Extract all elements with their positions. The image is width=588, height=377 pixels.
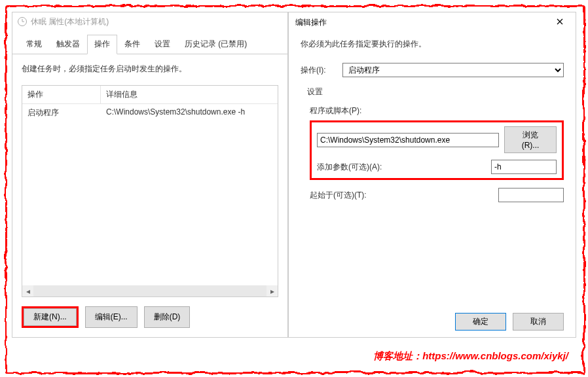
tab-history[interactable]: 历史记录 (已禁用)	[177, 35, 254, 54]
delete-button[interactable]: 删除(D)	[144, 306, 191, 328]
hint-text: 创建任务时，必须指定任务启动时发生的操作。	[22, 63, 278, 75]
program-input[interactable]	[317, 133, 499, 147]
task-properties-dialog: 休眠 属性(本地计算机) 常规 触发器 操作 条件 设置 历史记录 (已禁用) …	[12, 12, 288, 338]
args-label: 添加参数(可选)(A):	[317, 162, 486, 173]
actions-table: 操作 详细信息 启动程序 C:\Windows\System32\shutdow…	[22, 85, 278, 297]
cancel-button[interactable]: 取消	[513, 313, 564, 331]
cell-action: 启动程序	[22, 104, 101, 122]
col-action[interactable]: 操作	[22, 86, 101, 103]
action-select[interactable]: 启动程序	[342, 63, 564, 77]
startin-label: 起始于(可选)(T):	[310, 190, 493, 201]
table-row[interactable]: 启动程序 C:\Windows\System32\shutdown.exe -h	[22, 104, 278, 122]
scroll-left-icon[interactable]: ◂	[22, 285, 33, 296]
browse-button[interactable]: 浏览(R)...	[504, 126, 557, 153]
settings-group-label: 设置	[307, 86, 564, 98]
startin-input[interactable]	[498, 188, 564, 202]
scroll-track[interactable]	[33, 285, 266, 296]
highlight-new-button: 新建(N)...	[22, 306, 79, 328]
instruction-text: 你必须为此任务指定要执行的操作。	[301, 39, 564, 50]
edit-action-dialog: 编辑操作 你必须为此任务指定要执行的操作。 操作(I): 启动程序 设置 程序或…	[288, 12, 576, 338]
col-detail[interactable]: 详细信息	[101, 86, 278, 103]
blog-url-watermark: 博客地址：https://www.cnblogs.com/xiykj/	[373, 350, 568, 363]
edit-button[interactable]: 编辑(E)...	[85, 306, 138, 328]
new-button[interactable]: 新建(N)...	[24, 308, 77, 326]
tab-settings[interactable]: 设置	[147, 35, 177, 54]
dialog-title: 编辑操作	[295, 17, 327, 28]
dialog-title-bar: 编辑操作	[289, 12, 576, 32]
tab-triggers[interactable]: 触发器	[49, 35, 87, 54]
tab-strip: 常规 触发器 操作 条件 设置 历史记录 (已禁用)	[12, 31, 287, 54]
horizontal-scrollbar[interactable]: ◂ ▸	[22, 285, 278, 296]
title-bar: 休眠 属性(本地计算机)	[12, 12, 287, 31]
args-input[interactable]	[491, 160, 557, 174]
window-title: 休眠 属性(本地计算机)	[31, 16, 109, 27]
highlight-program-args: 浏览(R)... 添加参数(可选)(A):	[310, 120, 564, 180]
cell-detail: C:\Windows\System32\shutdown.exe -h	[101, 104, 278, 122]
close-button[interactable]	[548, 15, 572, 28]
close-icon	[557, 18, 563, 25]
scroll-right-icon[interactable]: ▸	[266, 285, 278, 296]
action-label: 操作(I):	[301, 65, 337, 76]
tab-actions[interactable]: 操作	[87, 35, 117, 54]
tab-general[interactable]: 常规	[19, 35, 49, 54]
ok-button[interactable]: 确定	[455, 313, 506, 331]
program-label: 程序或脚本(P):	[310, 105, 564, 117]
tab-conditions[interactable]: 条件	[117, 35, 147, 54]
clock-icon	[18, 17, 27, 26]
